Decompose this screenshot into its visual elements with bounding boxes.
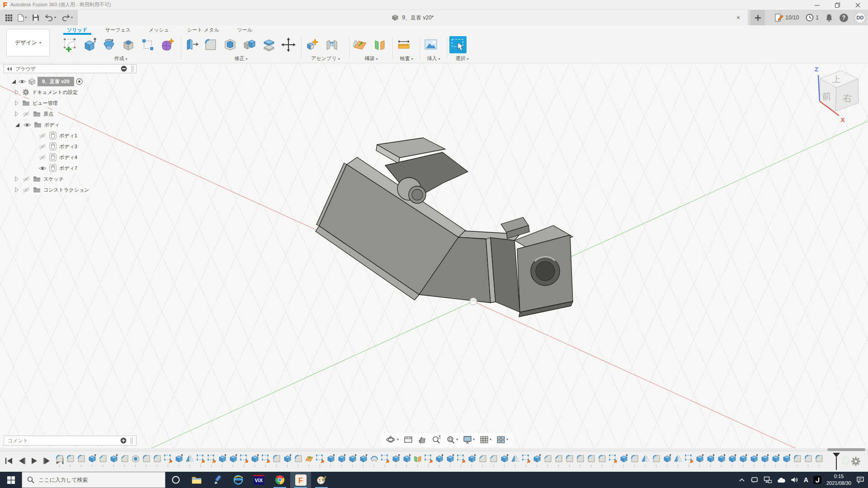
notification-center-button[interactable]: 1 bbox=[806, 14, 819, 22]
browser-item[interactable]: ボディ bbox=[14, 119, 144, 130]
timeline-feature-extrude-icon[interactable] bbox=[500, 454, 509, 464]
visibility-on-icon[interactable] bbox=[23, 122, 31, 128]
workspace-selector[interactable]: デザイン▾ bbox=[6, 29, 50, 56]
group-label-assembly[interactable]: アセンブリ bbox=[304, 55, 347, 62]
tab-mesh[interactable]: メッシュ bbox=[149, 27, 169, 33]
collapse-arrow-icon[interactable] bbox=[11, 79, 16, 84]
viewcube-top-label[interactable]: 上 bbox=[832, 75, 841, 84]
cortana-button[interactable] bbox=[165, 472, 186, 488]
alerts-button[interactable] bbox=[826, 14, 833, 22]
help-button[interactable]: ? bbox=[840, 14, 848, 22]
timeline-feature-sketch-icon[interactable] bbox=[164, 454, 173, 464]
redo-button[interactable]: ▾ bbox=[60, 12, 75, 23]
timeline-feature-revolve-icon[interactable] bbox=[370, 454, 379, 464]
display-settings-button[interactable]: ▾ bbox=[463, 436, 475, 444]
visibility-off-icon[interactable] bbox=[38, 155, 47, 160]
timeline-feature-extrude-icon[interactable] bbox=[695, 454, 704, 464]
panel-grip[interactable] bbox=[132, 66, 133, 72]
browser-item[interactable]: ボディ3 bbox=[30, 141, 144, 152]
user-avatar[interactable]: DD bbox=[855, 13, 865, 23]
timeline-feature-extrude-icon[interactable] bbox=[771, 454, 780, 464]
timeline-feature-extrude-icon[interactable] bbox=[326, 454, 335, 464]
timeline-feature-sketch-icon[interactable] bbox=[196, 454, 205, 464]
ime-indicator[interactable]: A bbox=[804, 476, 808, 483]
panel-minus-icon[interactable] bbox=[121, 66, 127, 72]
timeline-feature-extrude-icon[interactable] bbox=[348, 454, 357, 464]
group-label-insert[interactable]: 挿入 bbox=[422, 55, 445, 62]
pattern-button[interactable] bbox=[139, 36, 156, 53]
combine-button[interactable] bbox=[241, 36, 258, 53]
expand-arrow-icon[interactable] bbox=[14, 176, 19, 182]
insert-image-button[interactable] bbox=[422, 36, 439, 53]
shell-button[interactable] bbox=[222, 36, 239, 53]
visibility-off-icon[interactable] bbox=[22, 111, 30, 117]
browser-item[interactable]: ボディ4 bbox=[30, 152, 144, 163]
look-at-button[interactable] bbox=[404, 435, 413, 444]
timeline-feature-sketch-icon[interactable] bbox=[522, 454, 531, 464]
timeline-feature-fillet-icon[interactable] bbox=[142, 454, 151, 464]
timeline-feature-chamfer-icon[interactable] bbox=[120, 454, 129, 464]
tab-sheetmetal[interactable]: シート メタル bbox=[187, 27, 219, 33]
timeline-feature-extrude-icon[interactable] bbox=[467, 454, 476, 464]
group-label-modify[interactable]: 修正 bbox=[183, 55, 299, 62]
timeline-feature-extrude-icon[interactable] bbox=[402, 454, 411, 464]
new-component-button[interactable] bbox=[304, 36, 321, 53]
fusion360-taskbar-button[interactable]: F bbox=[290, 472, 311, 488]
viewcube-right-label[interactable]: 右 bbox=[843, 93, 853, 103]
collapse-panel-icon[interactable] bbox=[7, 67, 12, 71]
extrude-button[interactable] bbox=[81, 36, 98, 53]
timeline-feature-extrude-icon[interactable] bbox=[283, 454, 292, 464]
job-status-button[interactable]: 10/10 bbox=[774, 14, 799, 22]
timeline-feature-sketch-icon[interactable] bbox=[240, 454, 249, 464]
timeline-feature-mirror-icon[interactable] bbox=[674, 454, 683, 464]
select-tool-button[interactable] bbox=[449, 36, 467, 53]
tab-tools[interactable]: ツール bbox=[237, 27, 252, 33]
visibility-off-icon[interactable] bbox=[38, 133, 47, 139]
timeline-feature-sketch-icon[interactable] bbox=[381, 454, 390, 464]
add-comment-icon[interactable] bbox=[120, 437, 127, 444]
timeline-settings-button[interactable] bbox=[851, 456, 861, 466]
browser-item[interactable]: ドキュメントの設定 bbox=[14, 87, 144, 98]
viewcube[interactable]: 上 前 右 Z X bbox=[807, 63, 867, 135]
origin-point[interactable] bbox=[470, 298, 477, 305]
document-tab-close-button[interactable]: × bbox=[734, 14, 742, 22]
offset-plane-button[interactable] bbox=[371, 36, 388, 53]
create-form-button[interactable] bbox=[159, 36, 176, 53]
timeline-feature-plane2-icon[interactable] bbox=[413, 454, 422, 464]
timeline-feature-chamfer-icon[interactable] bbox=[554, 454, 563, 464]
root-document-label[interactable]: 9、足首 v20 bbox=[38, 77, 74, 86]
save-button[interactable] bbox=[30, 12, 41, 23]
timeline-feature-extrude-icon[interactable] bbox=[728, 454, 737, 464]
timeline-feature-extrude-icon[interactable] bbox=[533, 454, 542, 464]
timeline-feature-fillet-icon[interactable] bbox=[294, 454, 303, 464]
timeline-feature-sketch-icon[interactable] bbox=[684, 454, 693, 464]
group-label-create[interactable]: 作成 bbox=[61, 55, 180, 62]
timeline-feature-extrude-icon[interactable] bbox=[717, 454, 726, 464]
group-label-construct[interactable]: 構築 bbox=[352, 55, 391, 62]
browser-item[interactable]: ボディ7 bbox=[30, 163, 144, 174]
visibility-off-icon[interactable] bbox=[22, 176, 30, 182]
timeline-feature-chamfer-icon[interactable] bbox=[543, 454, 552, 464]
model-3d-part[interactable] bbox=[316, 138, 573, 317]
timeline-feature-extrude-icon[interactable] bbox=[760, 454, 769, 464]
timeline-feature-fillet-icon[interactable] bbox=[793, 454, 802, 464]
internet-explorer-button[interactable] bbox=[228, 472, 249, 488]
app-grid-menu-button[interactable] bbox=[4, 12, 14, 23]
timeline-feature-extrude-icon[interactable] bbox=[359, 454, 368, 464]
timeline-feature-extrude-icon[interactable] bbox=[250, 454, 259, 464]
expand-arrow-icon[interactable] bbox=[14, 111, 19, 117]
expand-arrow-icon[interactable] bbox=[14, 187, 19, 192]
visibility-on-icon[interactable] bbox=[38, 165, 47, 171]
timeline-feature-fillet-icon[interactable] bbox=[587, 454, 596, 464]
timeline-feature-fillet-icon[interactable] bbox=[815, 454, 824, 464]
timeline-feature-sketch-icon[interactable] bbox=[609, 454, 618, 464]
action-center-icon[interactable] bbox=[856, 476, 864, 483]
timeline-feature-mirror-icon[interactable] bbox=[641, 454, 650, 464]
timeline-feature-fillet-icon[interactable] bbox=[272, 454, 281, 464]
timeline-feature-fillet-icon[interactable] bbox=[804, 454, 813, 464]
volume-icon[interactable] bbox=[791, 476, 799, 483]
group-label-select[interactable]: 選択 bbox=[449, 55, 475, 62]
timeline-feature-fillet-icon[interactable] bbox=[565, 454, 574, 464]
browser-header[interactable]: ブラウザ bbox=[4, 64, 137, 73]
timeline-feature-extrude-icon[interactable] bbox=[446, 454, 455, 464]
